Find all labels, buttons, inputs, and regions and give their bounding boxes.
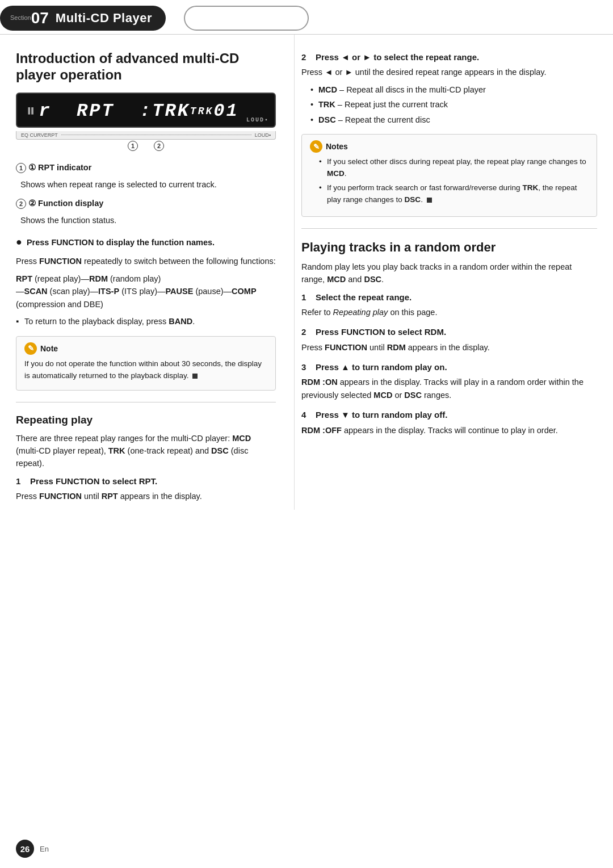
random-heading: Playing tracks in a random order <box>301 240 597 255</box>
content-area: Introduction of advanced multi-CD player… <box>0 35 613 510</box>
repeating-play-heading: Repeating play <box>16 414 276 426</box>
indicator-2-title: ② Function display <box>28 199 103 208</box>
page-header: Section 07 Multi-CD Player <box>0 0 613 35</box>
function-sequence: RPT (repeat play)—RDM (random play) —SCA… <box>16 272 276 311</box>
r-step-1: 1 Select the repeat range. Refer to Repe… <box>301 291 597 319</box>
note-icon: ✎ <box>24 342 37 355</box>
section-badge: Section 07 Multi-CD Player <box>0 6 166 31</box>
note-1: If you select other discs during repeat … <box>319 156 589 180</box>
random-divider <box>301 228 597 229</box>
step-1-heading: 1 Press FUNCTION to select RPT. <box>16 475 276 488</box>
display-area: ▐▌ r RPT :TRKTRK 01 LOUD▪ EQ CURVE RPT L… <box>16 93 276 151</box>
r-step-3: 3 Press ▲ to turn random play on. RDM :O… <box>301 360 597 401</box>
r-step-4-text: RDM :OFF appears in the display. Tracks … <box>301 424 597 437</box>
stop-icon <box>192 374 198 379</box>
indicator-1: 1 ① RPT indicator Shows when repeat rang… <box>16 161 276 191</box>
indicator-1-text: Shows when repeat range is selected to c… <box>16 178 276 191</box>
note-box-title: ✎ Note <box>24 342 267 355</box>
indicator-2-circle: 2 <box>16 199 26 209</box>
return-note: To return to the playback display, press… <box>16 315 276 328</box>
right-step-2: 2 Press ◄ or ► to select the repeat rang… <box>301 51 597 126</box>
section-label: Section <box>10 15 31 21</box>
r-step-3-text: RDM :ON appears in the display. Tracks w… <box>301 376 597 401</box>
page-lang: En <box>40 845 49 853</box>
display-text: r RPT :TRKTRK 01 <box>39 100 266 121</box>
page-number: 26 <box>16 840 34 858</box>
display-bottom-bar: EQ CURVE RPT LOUD▪ <box>16 131 276 140</box>
r-step-3-heading: 3 Press ▲ to turn random play on. <box>301 360 597 374</box>
note-text: If you do not operate the function withi… <box>24 358 267 382</box>
bullet-dsc: DSC – Repeat the current disc <box>310 114 597 126</box>
bullet-mcd: MCD – Repeat all discs in the multi-CD p… <box>310 83 597 96</box>
press-function-heading: Press FUNCTION to display the function n… <box>27 238 215 247</box>
random-intro: Random play lets you play back tracks in… <box>301 261 597 286</box>
right-column: 2 Press ◄ or ► to select the repeat rang… <box>294 35 597 510</box>
indicator-1-title: ① RPT indicator <box>28 163 91 172</box>
r-step-1-heading: 1 Select the repeat range. <box>301 291 597 304</box>
display-box: ▐▌ r RPT :TRKTRK 01 LOUD▪ <box>16 93 276 128</box>
indicator-2-num: 2 <box>154 141 164 151</box>
note-box: ✎ Note If you do not operate the functio… <box>16 336 276 391</box>
indicator-1-num: 1 <box>128 141 138 151</box>
r-step-1-text: Refer to Repeating play on this page. <box>301 306 597 318</box>
bullet-trk: TRK – Repeat just the current track <box>310 98 597 111</box>
section-title: Multi-CD Player <box>56 11 152 26</box>
main-heading: Introduction of advanced multi-CD player… <box>16 51 276 83</box>
r-step-4: 4 Press ▼ to turn random play off. RDM :… <box>301 408 597 437</box>
right-step-2-heading: 2 Press ◄ or ► to select the repeat rang… <box>301 51 597 64</box>
loud-bar-label: LOUD▪ <box>255 132 271 138</box>
section-num: 07 <box>31 9 49 27</box>
repeat-range-list: MCD – Repeat all discs in the multi-CD p… <box>301 83 597 126</box>
indicator-2-text: Shows the function status. <box>16 214 276 227</box>
header-right-box <box>184 6 309 31</box>
rpt-label: RPT <box>48 132 58 138</box>
repeating-play-intro: There are three repeat play ranges for t… <box>16 432 276 470</box>
r-step-2-heading: 2 Press FUNCTION to select RDM. <box>301 325 597 338</box>
notes-box: ✎ Notes If you select other discs during… <box>301 134 597 217</box>
stop-icon-2 <box>427 198 432 203</box>
indicator-1-circle: 1 <box>16 163 26 173</box>
right-step-2-text: Press ◄ or ► until the desired repeat ra… <box>301 66 597 78</box>
press-function-block: ● Press FUNCTION to display the function… <box>16 234 276 328</box>
notes-box-title: ✎ Notes <box>310 140 589 153</box>
step-1-text: Press FUNCTION until RPT appears in the … <box>16 490 276 502</box>
loud-label: LOUD▪ <box>246 117 269 123</box>
left-column: Introduction of advanced multi-CD player… <box>16 35 294 510</box>
r-step-2-text: Press FUNCTION until RDM appears in the … <box>301 341 597 354</box>
indicator-2: 2 ② Function display Shows the function … <box>16 197 276 227</box>
note-2: If you perform track search or fast forw… <box>319 182 589 206</box>
section-divider <box>16 402 276 402</box>
footer: 26 En <box>16 840 49 858</box>
notes-list: If you select other discs during repeat … <box>310 156 589 206</box>
display-labels: 1 2 <box>16 141 276 151</box>
eq-curve-label: EQ CURVE <box>21 132 48 138</box>
r-step-2: 2 Press FUNCTION to select RDM. Press FU… <box>301 325 597 354</box>
notes-icon: ✎ <box>310 140 322 153</box>
r-step-4-heading: 4 Press ▼ to turn random play off. <box>301 408 597 421</box>
step-1: 1 Press FUNCTION to select RPT. Press FU… <box>16 475 276 503</box>
press-function-text: Press FUNCTION repeatedly to switch betw… <box>16 255 276 267</box>
